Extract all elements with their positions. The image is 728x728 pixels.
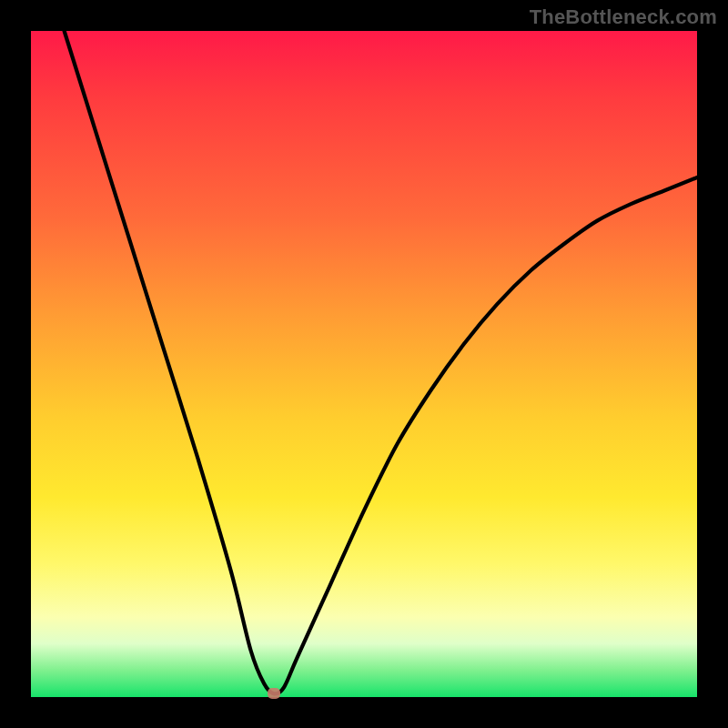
minimum-marker bbox=[268, 688, 280, 699]
plot-area bbox=[31, 31, 697, 697]
watermark-text: TheBottleneck.com bbox=[530, 5, 717, 29]
chart-frame: TheBottleneck.com bbox=[0, 0, 728, 728]
bottleneck-curve bbox=[31, 31, 697, 697]
